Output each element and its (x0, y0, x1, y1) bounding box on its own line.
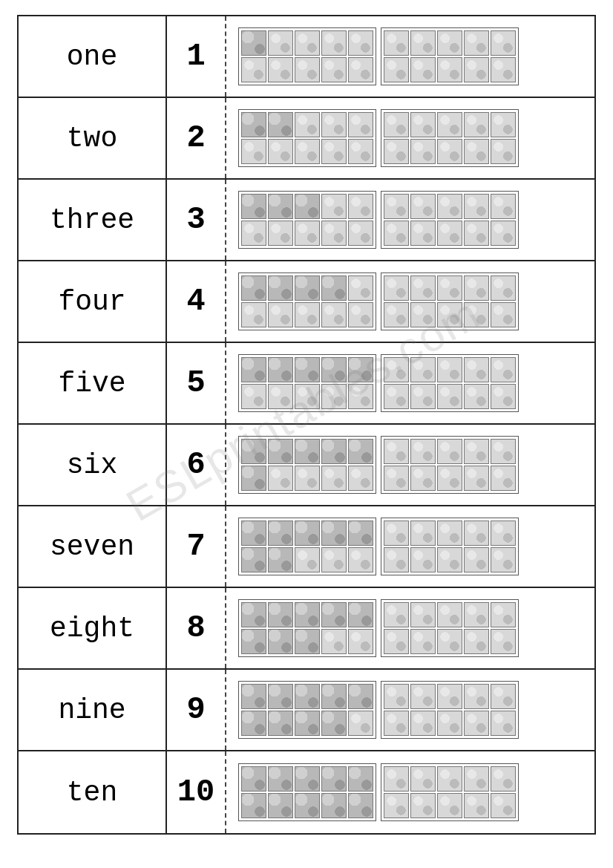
empty-dot (384, 139, 409, 164)
filled-dot (268, 521, 293, 546)
ten-frame-container (238, 518, 519, 575)
filled-dot (241, 766, 266, 792)
empty-dot (464, 30, 489, 56)
empty-dot (464, 275, 489, 301)
filled-dot (241, 602, 266, 627)
empty-dot (384, 466, 409, 491)
empty-dot (348, 629, 373, 654)
ten-frame (381, 354, 519, 412)
empty-dot (491, 112, 516, 137)
empty-dot (348, 466, 373, 491)
ten-frame (238, 763, 376, 821)
empty-dot (437, 711, 462, 736)
empty-dot (384, 439, 409, 464)
filled-dot (348, 439, 373, 464)
empty-dot (410, 302, 436, 327)
empty-dot (464, 221, 489, 246)
worksheet: one1two2three3four4five5six6seven7eight8… (17, 15, 596, 835)
empty-dot (410, 466, 436, 491)
empty-dot (384, 194, 409, 219)
number-cell: 6 (167, 425, 226, 505)
empty-dot (491, 684, 516, 709)
empty-dot (437, 139, 462, 164)
empty-dot (384, 521, 409, 546)
empty-dot (410, 439, 436, 464)
ten-frame (381, 436, 519, 494)
empty-dot (410, 30, 436, 56)
empty-dot (295, 384, 320, 409)
empty-dot (437, 439, 462, 464)
ten-frame-container (238, 354, 519, 412)
empty-dot (410, 139, 436, 164)
word-cell: eight (19, 588, 167, 668)
number-cell: 1 (167, 16, 226, 97)
empty-dot (348, 57, 373, 82)
number-cell: 5 (167, 343, 226, 423)
number-cell: 3 (167, 180, 226, 260)
empty-dot (384, 275, 409, 301)
empty-dot (295, 30, 320, 56)
empty-dot (295, 112, 320, 137)
filled-dot (241, 194, 266, 219)
filled-dot (295, 793, 320, 818)
empty-dot (268, 139, 293, 164)
ten-frame-cell (226, 261, 594, 342)
ten-frame (238, 273, 376, 330)
filled-dot (241, 466, 266, 491)
empty-dot (384, 711, 409, 736)
filled-dot (268, 684, 293, 709)
filled-dot (321, 439, 347, 464)
empty-dot (437, 521, 462, 546)
empty-dot (321, 629, 347, 654)
empty-dot (410, 357, 436, 382)
ten-frame (238, 109, 376, 167)
ten-frame (238, 354, 376, 412)
empty-dot (295, 466, 320, 491)
word-cell: two (19, 98, 167, 178)
filled-dot (321, 793, 347, 818)
filled-dot (295, 711, 320, 736)
ten-frame (238, 518, 376, 575)
empty-dot (348, 711, 373, 736)
filled-dot (241, 30, 266, 56)
filled-dot (268, 711, 293, 736)
filled-dot (321, 602, 347, 627)
empty-dot (410, 629, 436, 654)
empty-dot (410, 602, 436, 627)
number-cell: 10 (167, 751, 226, 833)
empty-dot (268, 30, 293, 56)
empty-dot (437, 112, 462, 137)
empty-dot (410, 112, 436, 137)
table-row: four4 (19, 261, 594, 343)
table-row: two2 (19, 98, 594, 180)
empty-dot (348, 139, 373, 164)
empty-dot (268, 384, 293, 409)
table-row: three3 (19, 180, 594, 261)
empty-dot (491, 275, 516, 301)
filled-dot (295, 602, 320, 627)
number-cell: 2 (167, 98, 226, 178)
filled-dot (241, 793, 266, 818)
empty-dot (464, 466, 489, 491)
filled-dot (348, 766, 373, 792)
empty-dot (491, 439, 516, 464)
empty-dot (491, 521, 516, 546)
word-cell: four (19, 261, 167, 342)
table-row: nine9 (19, 670, 594, 751)
empty-dot (321, 302, 347, 327)
filled-dot (241, 547, 266, 572)
ten-frame (381, 518, 519, 575)
empty-dot (464, 684, 489, 709)
empty-dot (348, 547, 373, 572)
empty-dot (464, 547, 489, 572)
empty-dot (491, 357, 516, 382)
ten-frame (238, 681, 376, 739)
empty-dot (384, 357, 409, 382)
filled-dot (295, 521, 320, 546)
empty-dot (410, 384, 436, 409)
empty-dot (321, 221, 347, 246)
ten-frame-cell (226, 588, 594, 668)
empty-dot (437, 30, 462, 56)
ten-frame (381, 191, 519, 249)
empty-dot (437, 194, 462, 219)
